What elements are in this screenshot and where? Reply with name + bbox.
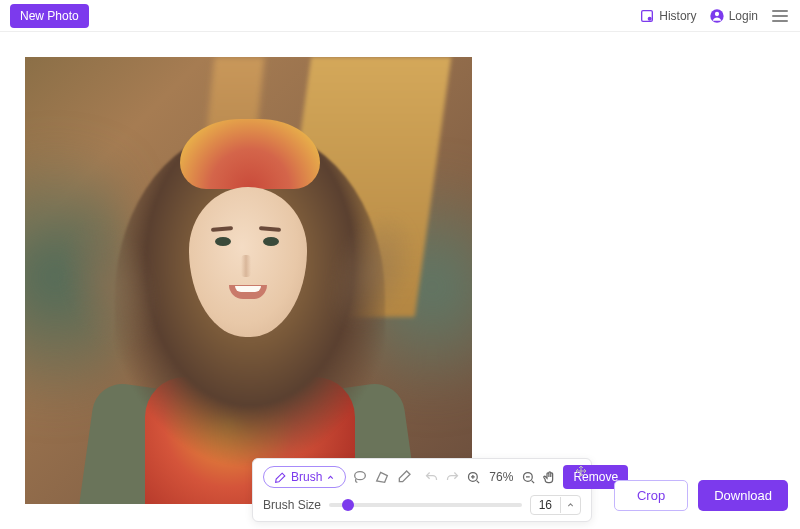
menu-icon[interactable] [770,8,790,24]
polygon-tool-icon[interactable] [374,466,390,488]
hand-pan-icon[interactable] [542,466,557,488]
header-right-group: History Login [639,8,790,24]
user-icon [709,8,725,24]
brush-size-label: Brush Size [263,498,321,512]
brush-tool-button[interactable]: Brush [263,466,346,488]
portrait-image [25,57,472,504]
history-label: History [659,9,696,23]
redo-icon [445,466,460,488]
chevron-up-icon[interactable] [560,497,580,513]
chevron-up-icon [326,473,335,482]
brush-icon [274,471,287,484]
lasso-tool-icon[interactable] [352,466,368,488]
history-icon [639,8,655,24]
eraser-tool-icon[interactable] [396,466,412,488]
brush-size-slider-thumb[interactable] [342,499,354,511]
svg-point-4 [355,472,366,480]
login-label: Login [729,9,758,23]
zoom-percent-label: 76% [487,470,515,484]
brush-size-slider[interactable] [329,503,522,507]
zoom-in-icon[interactable] [466,466,481,488]
svg-point-3 [714,11,718,15]
brush-size-stepper[interactable]: 16 [530,495,581,515]
move-handle-icon[interactable] [575,465,587,477]
actions-group: Crop Download [614,480,788,511]
tool-row-main: Brush [263,465,581,489]
undo-icon [424,466,439,488]
brush-label: Brush [291,470,322,484]
svg-point-1 [648,16,652,20]
editor-toolbar: Brush [252,458,592,522]
download-button[interactable]: Download [698,480,788,511]
login-button[interactable]: Login [709,8,758,24]
new-photo-button[interactable]: New Photo [10,4,89,28]
crop-button[interactable]: Crop [614,480,688,511]
photo-canvas[interactable] [25,57,472,504]
zoom-out-icon[interactable] [521,466,536,488]
brush-size-value: 16 [531,496,560,514]
brush-size-row: Brush Size 16 [263,495,581,515]
app-header: New Photo History Login [0,0,800,32]
history-button[interactable]: History [639,8,696,24]
